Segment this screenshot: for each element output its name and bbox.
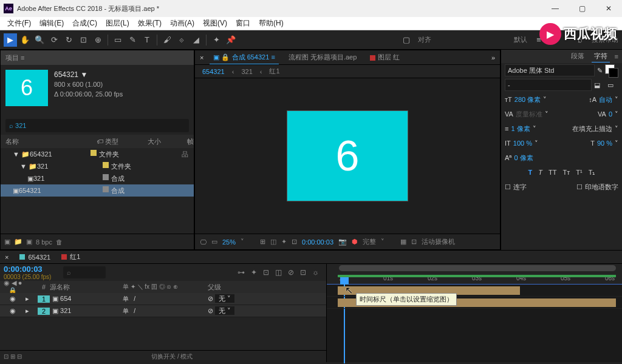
project-search-input[interactable]: ⌕ 321 (5, 119, 189, 132)
resolution-dropdown[interactable]: 完整 (363, 237, 376, 246)
comp-tab[interactable]: ▣ 🔒 合成 654321 ≡ (210, 51, 278, 64)
panel-menu-icon[interactable]: ≡ (615, 53, 618, 60)
magnify-icon[interactable]: ▭ (211, 238, 217, 246)
zoom-bar[interactable] (339, 265, 616, 271)
project-list[interactable]: ▼ 📁 654321 文件夹 品 ▼ 📁 321 文件夹 ▣ 321 合成 ▣ … (1, 148, 194, 234)
font-size-value[interactable]: 280 像素 (514, 95, 541, 104)
comp-mini-icon[interactable]: ⊶ (238, 268, 245, 277)
menu-layer[interactable]: 图层(L) (102, 17, 133, 30)
close-button[interactable]: ✕ (595, 0, 622, 17)
timeline-layer-1[interactable]: ◉ ▸ 1 ▣ 654 单 / ⊘ 无 ˅ (0, 293, 326, 305)
more-tabs-icon[interactable]: » (491, 54, 495, 61)
tracking-value[interactable]: 0 (609, 110, 612, 118)
comp-breadcrumb[interactable]: 654321 ‹ 321 ‹ 红1 (195, 65, 500, 78)
subscript[interactable]: T₁ (589, 169, 595, 177)
eyedropper-icon[interactable]: ✎ (597, 67, 603, 75)
hindi-checkbox[interactable]: ☐ (576, 183, 583, 191)
menu-help[interactable]: 帮助(H) (255, 17, 287, 30)
menu-animation[interactable]: 动画(A) (166, 17, 198, 30)
pen-tool[interactable]: ✎ (126, 33, 139, 47)
current-time[interactable]: 0:00:00:03 (302, 238, 333, 246)
menu-effect[interactable]: 效果(T) (134, 17, 165, 30)
col-source-name[interactable]: 源名称 (50, 283, 123, 292)
new-comp-icon[interactable]: ▣ (26, 238, 32, 246)
col-type[interactable]: 类型 (105, 137, 148, 146)
brush-tool[interactable]: 🖌 (160, 33, 174, 47)
parent-dropdown[interactable]: 无 ˅ (215, 294, 234, 303)
snapshot-icon[interactable]: 📷 (338, 238, 347, 246)
trash-icon[interactable]: 🗑 (56, 238, 63, 246)
allcaps[interactable]: TT (549, 169, 556, 176)
frameblend-icon[interactable]: ◫ (275, 268, 282, 277)
timeline-track-area[interactable]: :0▸ 01s 02s 03s 04s 05s 06s ↖ 时间标尺（单击以设置… (327, 264, 622, 362)
toggle-switches-icon[interactable]: ⊡ ⊞ ⊟ (4, 353, 22, 360)
roto-tool[interactable]: ✦ (210, 33, 223, 47)
faux-italic[interactable]: T (538, 169, 542, 176)
font-family-dropdown[interactable]: Adobe 黑体 Std (505, 64, 595, 76)
maximize-button[interactable]: ▢ (569, 0, 595, 17)
snap-icon[interactable]: ▢ (400, 33, 413, 47)
swap-icon[interactable]: ⬓ (594, 81, 605, 89)
guide-icon[interactable]: ✦ (281, 238, 287, 246)
close-tab-icon[interactable]: × (5, 254, 9, 261)
parent-dropdown[interactable]: 无 ˅ (215, 306, 234, 315)
close-tab-icon[interactable]: × (200, 54, 203, 61)
leading-value[interactable]: 自动 (599, 95, 612, 104)
col-frame[interactable]: 帧 (187, 137, 194, 146)
camera-dropdown[interactable]: 活动摄像机 (422, 237, 455, 246)
layer-tab[interactable]: 图层 红 (366, 51, 403, 64)
zoom-tool[interactable]: 🔍 (33, 33, 46, 47)
baseline-value[interactable]: 0 像素 (514, 153, 533, 163)
rect-tool[interactable]: ▭ (111, 33, 125, 47)
tag-icon[interactable]: 🏷 (97, 138, 105, 145)
menu-window[interactable]: 窗口 (232, 17, 254, 30)
camera-tool[interactable]: ⊡ (77, 33, 90, 47)
brainstorm-icon[interactable]: ☼ (312, 268, 319, 277)
roi-icon[interactable]: ⊡ (292, 238, 297, 246)
project-item-name[interactable]: 654321 ▼ (54, 70, 123, 79)
menu-composition[interactable]: 合成(C) (69, 17, 101, 30)
menu-edit[interactable]: 编辑(E) (36, 17, 67, 30)
channel-icon[interactable]: ⬢ (352, 238, 358, 246)
tab-character[interactable]: 字符 (592, 50, 610, 62)
project-row-comp-selected[interactable]: ▣ 654321 合成 (1, 184, 194, 197)
flowchart-tab[interactable]: 流程图 无标题项目.aep (285, 51, 360, 64)
stroke-swatch[interactable] (609, 68, 618, 78)
minimize-button[interactable]: — (542, 0, 569, 17)
superscript[interactable]: T¹ (576, 169, 582, 176)
menu-view[interactable]: 视图(V) (199, 17, 231, 30)
project-row-comp[interactable]: ▣ 321 合成 (1, 172, 194, 184)
timeline-timecode[interactable]: 0:00:00:03 (4, 265, 58, 274)
selection-tool[interactable]: ▶ (4, 33, 17, 47)
interpret-icon[interactable]: ▣ (4, 238, 10, 246)
draft3d-icon[interactable]: ⊡ (263, 268, 269, 277)
col-parent[interactable]: 父级 (208, 283, 326, 292)
project-row-folder[interactable]: ▼ 📁 654321 文件夹 品 (1, 148, 194, 160)
composition-viewer[interactable]: 6 (195, 78, 500, 234)
clone-tool[interactable]: ⟐ (175, 33, 188, 47)
res-icon[interactable]: ⊞ (260, 238, 265, 246)
noswatch-icon[interactable]: ▭ (607, 81, 618, 89)
anchor-tool[interactable]: ⊕ (91, 33, 104, 47)
menu-file[interactable]: 文件(F) (4, 17, 35, 30)
workspace-default[interactable]: 默认 (514, 35, 527, 44)
hscale-value[interactable]: 90 % (597, 140, 612, 147)
timeline-tab-red1[interactable]: 红1 (61, 252, 80, 261)
eraser-tool[interactable]: ◢ (190, 33, 203, 47)
project-row-folder[interactable]: ▼ 📁 321 文件夹 (1, 160, 194, 172)
3d-icon[interactable]: ⊡ (411, 238, 417, 246)
col-num[interactable]: # (38, 283, 50, 291)
time-ruler[interactable]: :0▸ 01s 02s 03s 04s 05s 06s (327, 264, 622, 285)
zoom-dropdown[interactable]: 25% (222, 238, 236, 246)
orbit-tool[interactable]: ⟳ (47, 33, 61, 47)
shy-icon[interactable]: ✦ (251, 268, 257, 277)
timeline-layer-2[interactable]: ◉ ▸ 2 ▣ 321 单 / ⊘ 无 ˅ (0, 305, 326, 317)
hand-tool[interactable]: ✋ (18, 33, 32, 47)
transparency-icon[interactable]: ▦ (400, 238, 406, 246)
puppet-tool[interactable]: 📌 (224, 33, 238, 47)
font-style-dropdown[interactable]: - (505, 79, 592, 91)
timeline-search-input[interactable]: ⌕ (63, 266, 106, 278)
text-tool[interactable]: T (140, 33, 154, 47)
motionblur-icon[interactable]: ⊘ (288, 268, 294, 277)
stroke-width-value[interactable]: 1 像素 (511, 124, 530, 133)
